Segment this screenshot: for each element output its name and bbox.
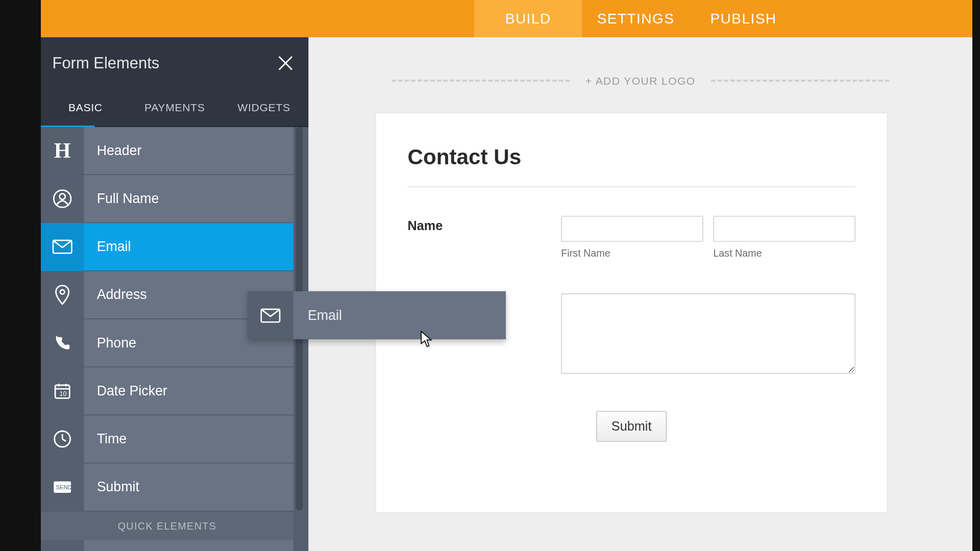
field-label: Name [407, 216, 561, 259]
element-label: Time [84, 431, 127, 447]
element-full-name[interactable]: Full Name [41, 175, 293, 223]
text-icon: abc [41, 540, 84, 551]
field-name-row[interactable]: Name First Name Last Name [407, 216, 855, 259]
tab-publish[interactable]: PUBLISH [690, 0, 797, 37]
message-textarea[interactable] [561, 293, 855, 373]
add-page-placeholder[interactable]: + ADD NEW PAGE HERE [376, 544, 905, 551]
tab-settings[interactable]: SETTINGS [582, 0, 690, 37]
top-nav: BUILD SETTINGS PUBLISH [41, 0, 972, 37]
divider [407, 187, 855, 187]
element-submit[interactable]: SEND Submit [41, 463, 293, 511]
element-label: Header [84, 143, 141, 159]
element-label: Submit [84, 479, 139, 495]
element-header[interactable]: H Header [41, 127, 293, 175]
element-label: Email [84, 239, 131, 255]
envelope-icon [248, 291, 293, 339]
element-date-picker[interactable]: 10 Date Picker [41, 367, 293, 415]
svg-text:SEND: SEND [56, 484, 72, 490]
last-name-input[interactable] [713, 216, 855, 242]
panel-title: Form Elements [52, 54, 159, 72]
subtab-payments[interactable]: PAYMENTS [130, 88, 219, 127]
element-label: Address [84, 287, 146, 303]
element-label: Full Name [84, 191, 159, 207]
subtab-widgets[interactable]: WIDGETS [219, 88, 309, 127]
form-title[interactable]: Contact Us [407, 145, 855, 187]
element-email[interactable]: Email [41, 223, 293, 271]
submit-button[interactable]: Submit [596, 411, 667, 442]
close-icon[interactable] [274, 52, 297, 74]
drag-ghost-email[interactable]: Email [248, 291, 506, 339]
header-icon: H [41, 127, 84, 174]
svg-point-5 [60, 290, 64, 294]
svg-line-13 [62, 439, 66, 441]
tab-build[interactable]: BUILD [474, 0, 582, 37]
phone-icon [41, 319, 84, 367]
element-label: Phone [84, 335, 136, 351]
add-page-label: + ADD NEW PAGE HERE [571, 549, 709, 551]
element-label: Date Picker [84, 383, 167, 399]
svg-text:10: 10 [60, 390, 67, 397]
subtab-basic[interactable]: BASIC [41, 88, 130, 127]
user-icon [41, 174, 84, 222]
last-name-sublabel: Last Name [713, 247, 855, 259]
svg-point-3 [60, 194, 65, 199]
drag-ghost-label: Email [293, 307, 342, 323]
section-quick-elements: QUICK ELEMENTS [41, 511, 293, 540]
element-time[interactable]: Time [41, 415, 293, 463]
pin-icon [41, 271, 84, 319]
add-logo-placeholder[interactable]: + ADD YOUR LOGO [376, 69, 905, 92]
first-name-sublabel: First Name [561, 247, 703, 259]
clock-icon [41, 415, 84, 463]
envelope-icon [41, 223, 84, 271]
element-short-text[interactable]: abc Short Text Entry [41, 540, 293, 551]
send-icon: SEND [41, 463, 84, 511]
calendar-icon: 10 [41, 367, 84, 415]
add-logo-label: + ADD YOUR LOGO [585, 74, 696, 87]
first-name-input[interactable] [561, 216, 703, 242]
